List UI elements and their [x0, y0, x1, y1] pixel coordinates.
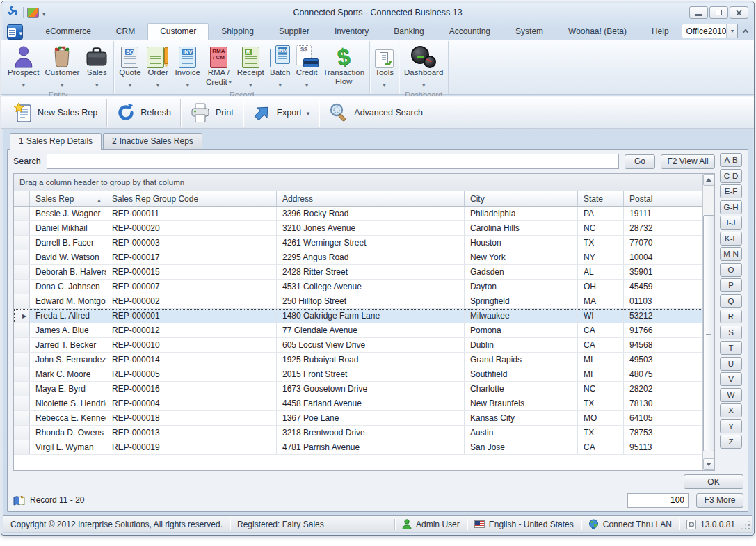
cell-postal[interactable]: 91766 — [624, 323, 702, 337]
row-selector[interactable] — [14, 338, 30, 352]
alpha-filter-button[interactable]: I-J — [720, 216, 742, 230]
grid-row[interactable]: Mark C. Moore REP-000005 2015 Front Stre… — [14, 367, 702, 382]
cell-sales-rep[interactable]: John S. Fernandez — [30, 353, 106, 367]
restore-button[interactable] — [709, 6, 728, 19]
row-selector[interactable] — [14, 367, 30, 381]
cell-sales-rep[interactable]: Freda L. Allred — [30, 309, 106, 323]
invoice-button[interactable]: INV Invoice — [172, 42, 203, 90]
cell-address[interactable]: 3210 Jones Avenue — [277, 221, 465, 235]
cell-state[interactable]: MI — [578, 353, 624, 367]
connection-status[interactable]: Connect Thru LAN — [581, 519, 679, 529]
cell-group-code[interactable]: REP-000005 — [106, 367, 277, 381]
go-button[interactable]: Go — [625, 154, 655, 169]
user-status[interactable]: Admin User — [395, 519, 467, 529]
cell-address[interactable]: 77 Glendale Avenue — [277, 323, 465, 337]
alpha-filter-button[interactable]: Y — [720, 419, 742, 433]
row-indicator-header[interactable] — [14, 191, 30, 206]
application-menu-button[interactable] — [7, 24, 23, 40]
grid-row[interactable]: Virgil L. Wyman REP-000019 4781 Parrish … — [14, 440, 702, 455]
alpha-filter-button[interactable]: K-L — [720, 232, 742, 246]
grid-row[interactable]: Dona C. Johnsen REP-000007 4531 College … — [14, 280, 702, 294]
column-header-postal[interactable]: Postal — [624, 191, 702, 206]
alpha-filter-button[interactable]: U — [720, 357, 742, 371]
view-all-button[interactable]: F2 View All — [661, 154, 715, 169]
cell-address[interactable]: 2015 Front Street — [277, 367, 465, 381]
scroll-down-button[interactable] — [703, 458, 714, 470]
cell-address[interactable]: 4781 Parrish Avenue — [277, 440, 465, 454]
cell-postal[interactable]: 28202 — [624, 382, 702, 396]
cell-city[interactable]: Houston — [465, 236, 578, 250]
ribbon-tab-shipping[interactable]: Shipping — [209, 23, 266, 40]
cell-state[interactable]: CA — [578, 338, 624, 352]
row-selector[interactable] — [14, 396, 30, 410]
cell-postal[interactable]: 01103 — [624, 294, 702, 308]
quick-access-icon[interactable] — [27, 8, 39, 18]
column-header-sales-rep[interactable]: Sales Rep — [30, 191, 106, 206]
cell-postal[interactable]: 45459 — [624, 280, 702, 294]
grid-row[interactable]: Edward M. Montgomery REP-000002 250 Hill… — [14, 294, 702, 309]
receipt-button[interactable]: R Receipt — [234, 42, 267, 90]
transaction-flow-button[interactable]: $ Transaction Flow — [320, 42, 367, 87]
grid-row[interactable]: Nicolette S. Hendricks REP-000004 4458 F… — [14, 396, 702, 411]
cell-sales-rep[interactable]: Mark C. Moore — [30, 367, 106, 381]
cell-postal[interactable]: 78753 — [624, 426, 702, 440]
cell-postal[interactable]: 19111 — [624, 207, 702, 220]
tab-sales-rep-details[interactable]: 1 Sales Rep Details — [10, 133, 102, 150]
collapse-ribbon-button[interactable] — [742, 24, 748, 38]
batch-button[interactable]: INV Batch — [267, 42, 293, 90]
credit-button[interactable]: $$ Credit — [293, 42, 321, 90]
cell-group-code[interactable]: REP-000001 — [106, 309, 277, 323]
ribbon-tab-woohaa[interactable]: Woohaa! (Beta) — [556, 23, 639, 40]
cell-group-code[interactable]: REP-000002 — [106, 294, 277, 308]
scroll-up-button[interactable] — [703, 174, 714, 186]
grid-row[interactable]: Maya E. Byrd REP-000016 1673 Goosetown D… — [14, 382, 702, 396]
cell-city[interactable]: Dublin — [465, 338, 578, 352]
cell-group-code[interactable]: REP-000012 — [106, 323, 277, 337]
cell-sales-rep[interactable]: Jarred T. Becker — [30, 338, 106, 352]
row-selector[interactable] — [14, 236, 30, 250]
row-selector[interactable] — [14, 265, 30, 279]
cell-postal[interactable]: 49503 — [624, 353, 702, 367]
order-button[interactable]: Order — [144, 42, 172, 90]
grid-row[interactable]: David W. Watson REP-000017 2295 Angus Ro… — [14, 250, 702, 265]
cell-postal[interactable]: 28732 — [624, 221, 702, 235]
cell-city[interactable]: San Jose — [465, 440, 578, 454]
cell-address[interactable]: 1367 Poe Lane — [277, 411, 465, 425]
alpha-filter-button[interactable]: P — [720, 278, 742, 292]
row-selector[interactable] — [14, 309, 30, 323]
cell-address[interactable]: 250 Hilltop Street — [277, 294, 465, 308]
cell-sales-rep[interactable]: Daniel Mikhail — [30, 221, 106, 235]
alpha-filter-button[interactable]: X — [720, 403, 742, 417]
ok-button[interactable]: OK — [684, 474, 743, 489]
alpha-filter-button[interactable]: T — [720, 341, 742, 355]
cell-state[interactable]: OH — [578, 280, 624, 294]
grid-row[interactable]: Freda L. Allred REP-000001 1480 Oakridge… — [14, 309, 702, 323]
cell-city[interactable]: Southfield — [465, 367, 578, 381]
ribbon-tab-banking[interactable]: Banking — [381, 23, 436, 40]
cell-state[interactable]: TX — [578, 236, 624, 250]
cell-group-code[interactable]: REP-000018 — [106, 411, 277, 425]
cell-sales-rep[interactable]: Nicolette S. Hendricks — [30, 396, 106, 410]
sales-button[interactable]: Sales — [82, 42, 111, 90]
cell-city[interactable]: Springfield — [465, 294, 578, 308]
search-input[interactable] — [47, 154, 619, 169]
cell-city[interactable]: New Braunfels — [465, 396, 578, 410]
cell-address[interactable]: 3396 Rocky Road — [277, 207, 465, 220]
cell-address[interactable]: 2295 Angus Road — [277, 250, 465, 264]
cell-sales-rep[interactable]: David W. Watson — [30, 250, 106, 264]
column-header-address[interactable]: Address — [277, 191, 465, 206]
row-selector[interactable] — [14, 353, 30, 367]
cell-postal[interactable]: 53212 — [624, 309, 702, 323]
scrollbar-thumb[interactable] — [703, 215, 714, 451]
alpha-filter-button[interactable]: A-B — [720, 153, 742, 167]
column-header-city[interactable]: City — [465, 191, 578, 206]
export-button[interactable]: Export — [243, 99, 319, 127]
row-selector[interactable] — [14, 280, 30, 294]
cell-state[interactable]: NC — [578, 221, 624, 235]
row-selector[interactable] — [14, 207, 30, 220]
close-button[interactable] — [730, 6, 748, 19]
column-header-state[interactable]: State — [578, 191, 624, 206]
row-selector[interactable] — [14, 221, 30, 235]
cell-sales-rep[interactable]: Edward M. Montgomery — [30, 294, 106, 308]
cell-city[interactable]: Milwaukee — [465, 309, 578, 323]
